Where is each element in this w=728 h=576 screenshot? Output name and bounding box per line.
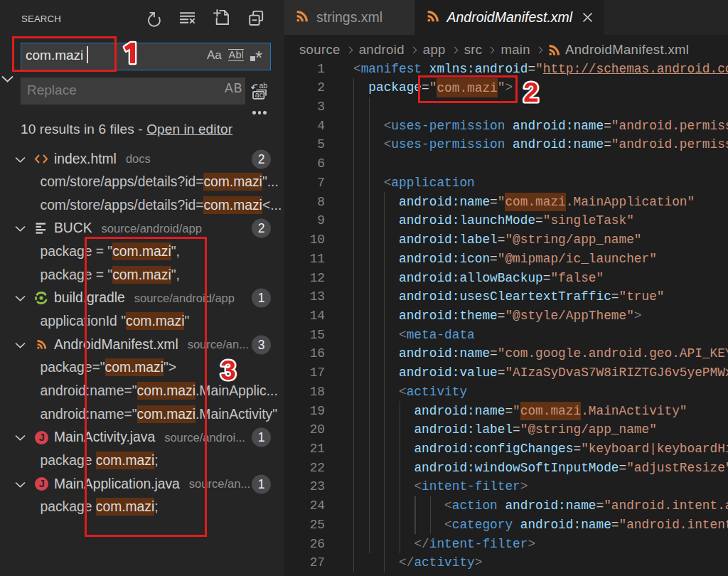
- svg-text:3: 3: [220, 355, 236, 385]
- svg-text:2: 2: [523, 77, 538, 107]
- svg-text:ab: ab: [259, 82, 268, 90]
- svg-text:J: J: [38, 432, 44, 443]
- svg-text:ac: ac: [255, 90, 263, 99]
- svg-text:J: J: [38, 478, 44, 489]
